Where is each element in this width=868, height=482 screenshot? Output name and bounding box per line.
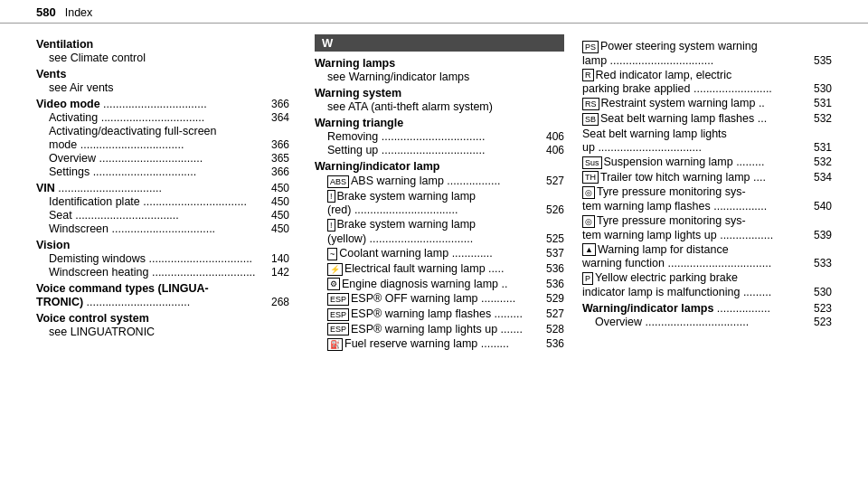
entry-engine-lamp: ⚙Engine diagnosis warning lamp .. 536 [315,278,564,291]
entry-abs-lamp: ABSABS warning lamp ................. 52… [315,175,564,188]
fuel-icon: ⛽ [327,338,343,351]
entry-voicectrl-main: Voice control system [36,312,289,325]
seatbelt-flashes-icon: SB [582,113,599,126]
ps-icon: PS [582,41,599,53]
entry-fuel-lamp: ⛽Fuel reserve warning lamp ......... 536 [315,337,564,351]
entry-seatbelt-flashes-lamp: SBSeat belt warning lamp flashes ... 532 [582,112,832,126]
entry-videomode-mode: mode ................................. 3… [36,138,289,151]
entry-videomode-overview: Overview ...............................… [36,152,289,165]
entry-warningsystem-see: see ATA (anti-theft alarm system) [315,100,564,113]
entry-trailer-lamp: THTrailer tow hitch warning lamp .... 53… [582,171,832,184]
restraint-icon: RS [582,98,599,110]
entry-brake-lamp-red: (red) ................................. … [315,203,564,216]
entry-warningtri-setting: Setting up .............................… [315,144,564,156]
entry-warningtri-main: Warning triangle [315,117,564,129]
esp-flashes-icon: ESP [327,308,349,321]
page-number: 580 [36,5,56,19]
entry-red-lamp-page: parking brake applied ..................… [582,82,832,95]
column-left: Ventilation see Climate control Vents se… [36,34,289,351]
entry-brake-lamp-label: !Brake system warning lamp [315,190,564,203]
esp-off-icon: ESP [327,293,349,306]
yellow-parking-icon: P [582,272,593,285]
entry-vision-demisting: Demisting windows ......................… [36,252,289,265]
entry-voicectrl-see: see LINGUATRONIC [36,326,289,338]
entry-voicecmd-tronic: TRONIC) ................................… [36,296,289,308]
entry-tyre-lights-page: tem warning lamp lights up .............… [582,229,832,241]
entry-warninglamps-main: Warning lamps [315,57,564,70]
entry-warningsystem-main: Warning system [315,87,564,99]
entry-warnindicator-lamps-main: Warning/indicator lamps ................… [582,302,832,315]
entry-red-lamp-label: RRed indicator lamp, electric [582,69,832,82]
entry-esp-off-lamp: ESPESP® OFF warning lamp ........... 529 [315,292,564,306]
entry-tyre-lights-label: ◎Tyre pressure monitoring sys- [582,214,832,228]
engine-icon: ⚙ [327,278,340,290]
entry-electrical-lamp: ⚡Electrical fault warning lamp ..... 536 [315,262,564,276]
entry-vision-main: Vision [36,239,289,251]
entry-esp-flashes-lamp: ESPESP® warning lamp flashes ......... 5… [315,307,564,321]
entry-ventilation-see: see Climate control [36,52,289,64]
entry-vision-heating: Windscreen heating .....................… [36,266,289,279]
esp-lights-icon: ESP [327,323,349,336]
entry-seatbelt-lights-page: up ................................. 531 [582,141,832,154]
entry-voicecmd-main: Voice command types (LINGUA- [36,282,289,295]
entry-videomode-main: Video mode .............................… [36,98,289,110]
entry-coolant-lamp: ~Coolant warning lamp ............. 537 [315,247,564,260]
entry-tyre-flashes-page: tem warning lamp flashes ...............… [582,200,832,213]
page-header: 580 Index [0,0,868,24]
coolant-icon: ~ [327,248,337,260]
distance-icon: ▲ [582,243,596,256]
trailer-icon: TH [582,171,599,184]
entry-videomode-activating: Activating .............................… [36,111,289,124]
column-far-right: PSPower steering system warning lamp ...… [582,34,832,351]
entry-distance-page: warning function .......................… [582,257,832,269]
entry-restraint-lamp: RSRestraint system warning lamp .. 531 [582,97,832,110]
entry-vents-main: Vents [36,68,289,80]
electrical-icon: ⚡ [327,263,343,276]
entry-warningtri-removing: Removing ...............................… [315,130,564,143]
entry-suspension-lamp: SusSuspension warning lamp ......... 532 [582,156,832,169]
suspension-icon: Sus [582,156,602,169]
entry-brake-lamp-yellow: (yellow) ...............................… [315,232,564,245]
entry-warninglamps-see: see Warning/indicator lamps [315,71,564,83]
entry-vin-windscreen: Windscreen .............................… [36,222,289,235]
entry-vin-seat: Seat ................................. 4… [36,209,289,222]
entry-esp-lights-lamp: ESPESP® warning lamp lights up ....... 5… [315,323,564,336]
entry-ps-lamp-label: PSPower steering system warning [582,40,832,53]
brake-icon: ! [327,190,335,203]
page-content: Ventilation see Climate control Vents se… [0,24,868,362]
entry-videomode-fullscreen-label: Activating/deactivating full-screen [36,125,289,137]
entry-distance-label: ▲Warning lamp for distance [582,243,832,257]
entry-ventilation-main: Ventilation [36,38,289,51]
entry-warnindicator-lamps-overview: Overview ...............................… [582,316,832,328]
entry-vin-main: VIN ................................. 45… [36,182,289,194]
tyre-lights-icon: ◎ [582,215,595,228]
column-middle: W Warning lamps see Warning/indicator la… [315,34,564,351]
entry-yellow-parking-page: indicator lamp is malfunctioning .......… [582,286,832,298]
entry-tyre-flashes-label: ◎Tyre pressure monitoring sys- [582,185,832,199]
entry-ps-lamp-page: lamp ................................. 5… [582,54,832,67]
brake2-icon: ! [327,219,335,232]
entry-warnindicator-main: Warning/indicator lamp [315,160,564,173]
abs-icon: ABS [327,175,349,188]
entry-seatbelt-lights-label: Seat belt warning lamp lights [582,128,832,140]
entry-yellow-parking-label: PYellow electric parking brake [582,271,832,285]
entry-videomode-settings: Settings ...............................… [36,165,289,178]
tyre-flashes-icon: ◎ [582,186,595,199]
entry-brake-lamp2-label: !Brake system warning lamp [315,218,564,232]
red-indicator-icon: R [582,69,594,81]
entry-vin-idplate: Identification plate ...................… [36,195,289,208]
column-right-area: W Warning lamps see Warning/indicator la… [315,34,832,351]
entry-vents-see: see Air vents [36,81,289,94]
section-header-w: W [315,34,564,52]
page-title: Index [65,6,93,19]
